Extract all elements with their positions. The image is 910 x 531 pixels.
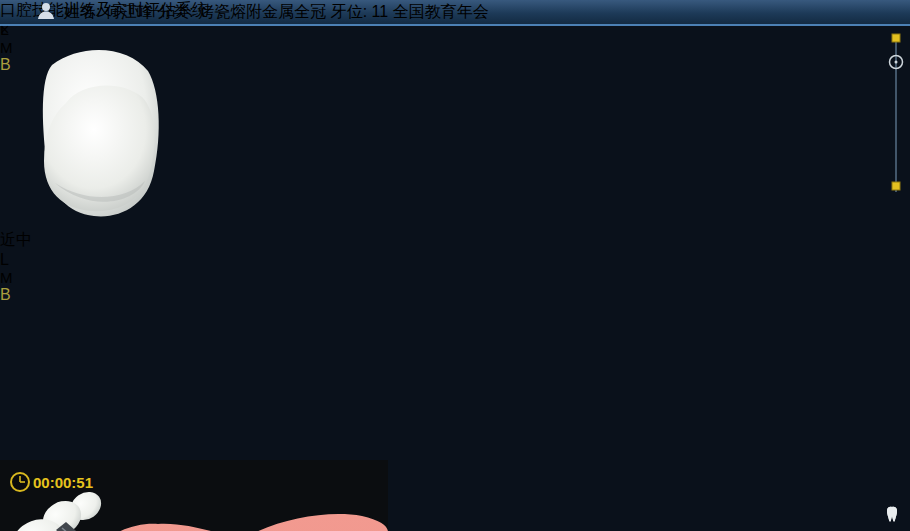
- view-panel-mesial-header: 近中: [0, 230, 212, 251]
- timer-overlay: 00:00:51: [11, 473, 93, 491]
- app-window: 姓名: 何江峰 分类: 烤瓷熔附金属全冠 牙位: 11 全国教育年会 口腔技能训…: [0, 0, 910, 531]
- view-panel-mesial-title: 近中: [0, 231, 32, 248]
- marker-buccal: B: [0, 286, 212, 304]
- depth-slider[interactable]: [888, 30, 904, 200]
- tooth-3d-view-mesial[interactable]: [0, 13, 210, 228]
- user-tooth-position: 牙位: 11 全国教育年会: [331, 3, 489, 20]
- main-3d-viewport[interactable]: 00:00:51 TF-13: [0, 460, 910, 531]
- slider-handle-bottom: [892, 182, 900, 190]
- view-panel-mesial: 近中 L M B: [0, 230, 212, 460]
- marker-mesial: M: [0, 269, 212, 286]
- slider-handle-top: [892, 34, 900, 42]
- 3d-scene[interactable]: 00:00:51 TF-13: [0, 460, 388, 531]
- marker-lingual: L: [0, 251, 212, 269]
- tooth-icon[interactable]: [884, 505, 900, 523]
- timer-value: 00:00:51: [33, 474, 93, 491]
